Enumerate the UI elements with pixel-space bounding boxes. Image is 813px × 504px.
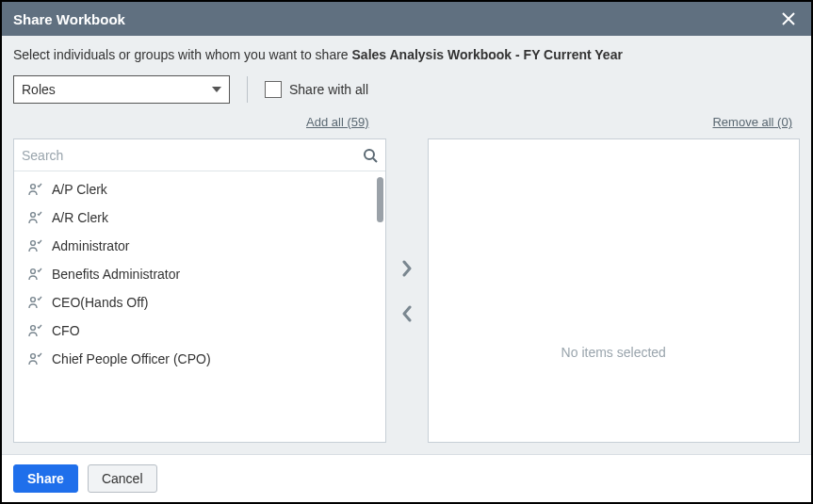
role-icon [27, 210, 42, 225]
share-with-all-option: Share with all [265, 81, 368, 98]
share-button[interactable]: Share [13, 464, 78, 493]
cancel-button[interactable]: Cancel [88, 464, 157, 493]
svg-point-4 [31, 241, 36, 246]
svg-point-3 [31, 213, 36, 218]
list-item-label: Chief People Officer (CPO) [52, 351, 211, 366]
list-item-label: Benefits Administrator [52, 267, 180, 282]
list-item[interactable]: A/R Clerk [14, 203, 385, 232]
transfer-buttons [386, 138, 428, 443]
svg-line-1 [373, 158, 377, 162]
share-type-dropdown[interactable]: Roles [13, 75, 230, 104]
list-item-label: Administrator [52, 238, 129, 253]
empty-selection-message: No items selected [429, 139, 800, 442]
chevron-down-icon [212, 87, 221, 92]
role-icon [27, 238, 42, 253]
instruction-text: Select individuals or groups with whom y… [13, 47, 800, 62]
role-icon [27, 182, 42, 197]
remove-all-link[interactable]: Remove all (0) [407, 115, 801, 129]
list-item-label: CFO [52, 323, 80, 338]
list-item[interactable]: Benefits Administrator [14, 260, 385, 288]
role-icon [27, 267, 42, 282]
svg-point-6 [31, 298, 36, 302]
bulk-action-links: Add all (59) Remove all (0) [13, 115, 800, 129]
svg-point-2 [31, 185, 36, 189]
dual-list-container: A/P ClerkA/R ClerkAdministratorBenefits … [13, 138, 800, 443]
list-item-label: A/R Clerk [52, 210, 108, 225]
dropdown-value: Roles [22, 82, 56, 97]
list-item[interactable]: Chief People Officer (CPO) [14, 345, 385, 373]
list-item-label: A/P Clerk [52, 182, 107, 197]
titlebar: Share Workbook [2, 2, 811, 36]
svg-point-8 [31, 354, 36, 359]
dialog-body: Select individuals or groups with whom y… [2, 36, 811, 454]
search-box [14, 139, 385, 171]
search-input[interactable] [22, 148, 363, 163]
list-item[interactable]: CFO [14, 317, 385, 345]
close-icon[interactable] [777, 8, 800, 30]
move-right-button[interactable] [398, 259, 416, 278]
share-with-all-checkbox[interactable] [265, 81, 282, 98]
search-icon[interactable] [363, 148, 378, 163]
list-item[interactable]: Administrator [14, 232, 385, 260]
instruction-prefix: Select individuals or groups with whom y… [13, 47, 352, 62]
available-list: A/P ClerkA/R ClerkAdministratorBenefits … [14, 171, 385, 442]
add-all-link[interactable]: Add all (59) [13, 115, 407, 129]
available-panel: A/P ClerkA/R ClerkAdministratorBenefits … [13, 138, 386, 443]
selected-panel: No items selected [428, 138, 801, 443]
role-icon [27, 295, 42, 310]
scrollbar-thumb[interactable] [377, 177, 383, 222]
share-with-all-label: Share with all [289, 82, 368, 97]
svg-point-7 [31, 326, 36, 331]
dialog-title: Share Workbook [13, 11, 125, 27]
list-item[interactable]: CEO(Hands Off) [14, 288, 385, 317]
svg-point-5 [31, 269, 36, 274]
move-left-button[interactable] [398, 304, 416, 323]
list-item-label: CEO(Hands Off) [52, 295, 148, 310]
role-icon [27, 351, 42, 366]
dialog-footer: Share Cancel [2, 454, 811, 502]
workbook-name: Sales Analysis Workbook - FY Current Yea… [352, 47, 623, 62]
share-workbook-dialog: Share Workbook Select individuals or gro… [0, 0, 813, 504]
role-icon [27, 323, 42, 338]
list-item[interactable]: A/P Clerk [14, 175, 385, 203]
share-scope-controls: Roles Share with all [13, 75, 800, 104]
svg-point-0 [365, 150, 374, 159]
vertical-divider [247, 76, 248, 103]
